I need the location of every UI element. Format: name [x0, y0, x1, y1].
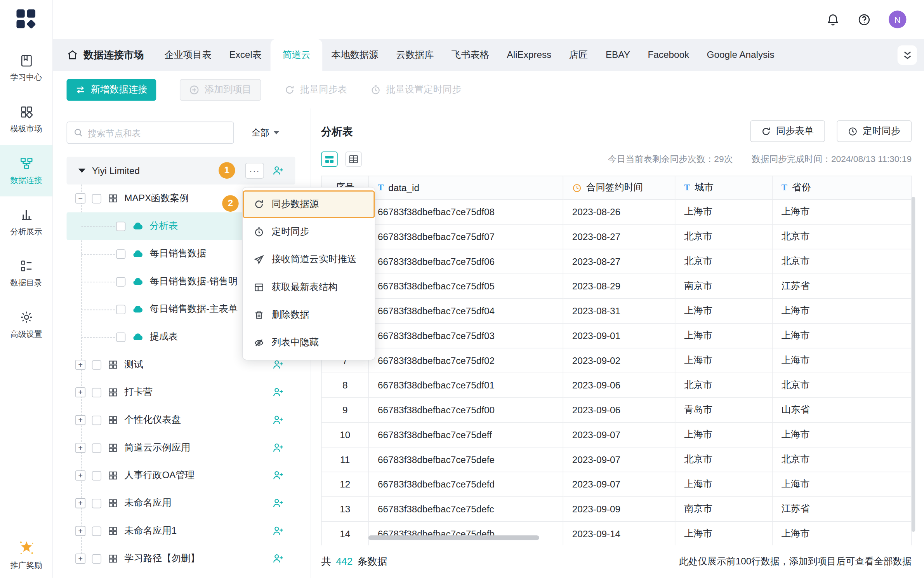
table-row[interactable]: 466783f38dbefbac7ce75df052023-08-29南京市江苏…	[321, 274, 911, 299]
expand-node-icon[interactable]: +	[75, 387, 85, 397]
person-plus-icon[interactable]	[272, 553, 283, 564]
sidebar-item-模板市场[interactable]: 模板市场	[0, 94, 52, 145]
table-row[interactable]: 1366783f38dbefbac7ce75defc2023-09-09南京市江…	[321, 497, 911, 522]
menu-item-删除数据[interactable]: 删除数据	[243, 301, 375, 329]
tab-飞书表格[interactable]: 飞书表格	[443, 39, 498, 71]
scheduled-sync-button[interactable]: 定时同步	[837, 120, 912, 142]
table-row[interactable]: 666783f38dbefbac7ce75df032023-09-01上海市上海…	[321, 324, 911, 348]
person-plus-icon[interactable]	[272, 442, 283, 453]
table-row[interactable]: 1266783f38dbefbac7ce75defd2023-09-07上海市上…	[321, 472, 911, 497]
vertical-scrollbar[interactable]	[912, 197, 915, 532]
tab-店匠[interactable]: 店匠	[560, 39, 597, 71]
person-plus-icon[interactable]	[272, 359, 283, 370]
tab-Facebook[interactable]: Facebook	[639, 39, 698, 71]
expand-tabs-button[interactable]	[898, 45, 917, 65]
new-data-connection-button[interactable]: 新增数据连接	[67, 79, 156, 101]
table-row[interactable]: 866783f38dbefbac7ce75df012023-09-06北京市北京…	[321, 373, 911, 398]
expand-node-icon[interactable]: +	[75, 526, 85, 536]
card-view-toggle[interactable]	[321, 151, 337, 167]
sidebar-item-数据连接[interactable]: 数据连接	[0, 145, 52, 196]
sidebar-item-promo-reward[interactable]: 推广奖励	[10, 539, 42, 571]
sidebar-item-分析展示[interactable]: 分析展示	[0, 196, 52, 247]
column-header-城市[interactable]: T城市	[675, 176, 772, 200]
node-checkbox[interactable]	[92, 471, 101, 480]
column-header-data_id[interactable]: Tdata_id	[368, 176, 563, 200]
collapse-node-icon[interactable]: −	[75, 193, 85, 204]
node-checkbox[interactable]	[92, 360, 101, 369]
help-icon[interactable]	[857, 13, 871, 26]
tree-app-row-个性化仪表盘[interactable]: +个性化仪表盘	[67, 406, 295, 434]
node-checkbox[interactable]	[116, 305, 125, 314]
column-header-省份[interactable]: T省份	[772, 176, 911, 200]
node-checkbox[interactable]	[92, 388, 101, 397]
table-row[interactable]: 966783f38dbefbac7ce75df002023-09-06青岛市山东…	[321, 398, 911, 423]
table-view-toggle[interactable]	[345, 151, 361, 167]
node-checkbox[interactable]	[92, 554, 101, 563]
tab-Excel表[interactable]: Excel表	[221, 39, 271, 71]
data-connection-market-title[interactable]: 数据连接市场	[67, 39, 144, 71]
table-row[interactable]: 1466783f38dbefbac7ce75defb2023-09-14上海市上…	[321, 522, 911, 547]
expand-node-icon[interactable]: +	[75, 415, 85, 425]
tree-app-row-打卡营[interactable]: +打卡营	[67, 378, 295, 406]
filter-dropdown[interactable]: 全部	[252, 127, 279, 138]
node-checkbox[interactable]	[116, 249, 125, 258]
node-checkbox[interactable]	[116, 332, 125, 341]
sidebar-item-数据目录[interactable]: 数据目录	[0, 247, 52, 299]
node-checkbox[interactable]	[116, 221, 125, 231]
node-checkbox[interactable]	[92, 415, 101, 425]
menu-item-同步数据源[interactable]: 同步数据源	[243, 190, 375, 218]
notification-bell-icon[interactable]	[826, 13, 840, 26]
expand-node-icon[interactable]: +	[75, 470, 85, 481]
table-row[interactable]: 1166783f38dbefbac7ce75defe2023-09-07北京市北…	[321, 447, 911, 472]
node-checkbox[interactable]	[116, 277, 125, 286]
table-row[interactable]: 1066783f38dbefbac7ce75deff2023-09-07上海市上…	[321, 423, 911, 447]
table-row[interactable]: 766783f38dbefbac7ce75df022023-09-02上海市上海…	[321, 348, 911, 373]
tree-root-row[interactable]: Yiyi Limited ···	[67, 157, 295, 185]
tree-app-row-人事行政OA管理[interactable]: +人事行政OA管理	[67, 461, 295, 489]
column-header-合同签约时间[interactable]: 合同签约时间	[563, 176, 675, 200]
table-row[interactable]: 166783f38dbefbac7ce75df082023-08-26上海市上海…	[321, 200, 911, 225]
table-row[interactable]: 366783f38dbefbac7ce75df062023-08-27北京市北京…	[321, 249, 911, 274]
menu-item-定时同步[interactable]: 定时同步	[243, 218, 375, 246]
sidebar-item-学习中心[interactable]: 学习中心	[0, 42, 52, 94]
tab-Google Analysis[interactable]: Google Analysis	[698, 39, 783, 71]
tree-app-row-未命名应用[interactable]: +未命名应用	[67, 489, 295, 517]
tree-app-row-简道云示例应用[interactable]: +简道云示例应用	[67, 434, 295, 461]
batch-schedule-sync-button[interactable]: 批量设置定时同步	[371, 79, 462, 101]
person-plus-icon[interactable]	[272, 387, 283, 398]
sync-form-button[interactable]: 同步表单	[750, 120, 825, 142]
tree-app-row-学习路径【勿删】[interactable]: +学习路径【勿删】	[67, 545, 295, 572]
expand-node-icon[interactable]: +	[75, 554, 85, 564]
caret-down-icon[interactable]	[78, 169, 85, 173]
person-plus-icon[interactable]	[272, 470, 283, 481]
node-checkbox[interactable]	[92, 194, 101, 203]
menu-item-接收简道云实时推送[interactable]: 接收简道云实时推送	[243, 246, 375, 273]
tab-本地数据源[interactable]: 本地数据源	[322, 39, 387, 71]
expand-node-icon[interactable]: +	[75, 360, 85, 370]
menu-item-列表中隐藏[interactable]: 列表中隐藏	[243, 329, 375, 357]
node-checkbox[interactable]	[92, 443, 101, 453]
more-options-button[interactable]: ···	[245, 163, 264, 179]
tab-EBAY[interactable]: EBAY	[597, 39, 639, 71]
user-avatar[interactable]: N	[889, 10, 907, 28]
table-row[interactable]: 566783f38dbefbac7ce75df042023-08-31上海市上海…	[321, 299, 911, 324]
tab-简道云[interactable]: 简道云	[271, 39, 323, 71]
node-checkbox[interactable]	[92, 526, 101, 536]
person-plus-icon[interactable]	[272, 498, 283, 509]
tree-app-row-未命名应用1[interactable]: +未命名应用1	[67, 517, 295, 545]
person-plus-icon[interactable]	[272, 525, 283, 536]
person-plus-icon[interactable]	[272, 165, 283, 176]
search-input[interactable]	[88, 128, 227, 138]
table-row[interactable]: 266783f38dbefbac7ce75df072023-08-27北京市北京…	[321, 225, 911, 249]
expand-node-icon[interactable]: +	[75, 498, 85, 508]
tab-企业项目表[interactable]: 企业项目表	[156, 39, 221, 71]
sidebar-item-高级设置[interactable]: 高级设置	[0, 299, 52, 350]
node-checkbox[interactable]	[92, 498, 101, 508]
tab-AliExpress[interactable]: AliExpress	[498, 39, 560, 71]
person-plus-icon[interactable]	[272, 414, 283, 426]
horizontal-scrollbar[interactable]	[368, 535, 539, 540]
tab-云数据库[interactable]: 云数据库	[387, 39, 443, 71]
menu-item-获取最新表结构[interactable]: 获取最新表结构	[243, 273, 375, 301]
add-to-project-button[interactable]: 添加到项目	[180, 79, 261, 101]
expand-node-icon[interactable]: +	[75, 443, 85, 453]
